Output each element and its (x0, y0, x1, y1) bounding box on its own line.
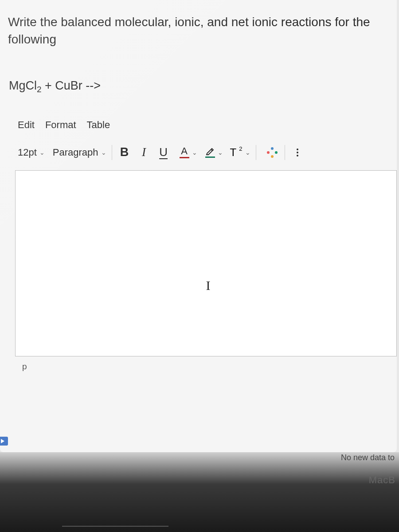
formula-part1: MgCl (9, 79, 37, 92)
menu-bar: Edit Format Table (18, 119, 397, 131)
formula-subscript: 2 (37, 85, 42, 94)
underline-button[interactable]: U (156, 145, 171, 160)
speaker-icon[interactable] (0, 437, 8, 446)
italic-button[interactable]: I (137, 145, 151, 160)
superscript-icon: T2 (230, 146, 243, 159)
text-cursor-icon: I (206, 278, 211, 293)
menu-table[interactable]: Table (87, 119, 110, 131)
menu-edit[interactable]: Edit (18, 119, 35, 131)
text-color-icon: A (179, 146, 190, 158)
toolbar: 12pt ⌄ Paragraph ⌄ B I U (18, 141, 397, 164)
device-bezel: No new data to MacB (0, 452, 399, 532)
chevron-down-icon: ⌄ (245, 149, 250, 156)
separator (112, 145, 112, 160)
chevron-down-icon: ⌄ (192, 149, 197, 156)
menu-format[interactable]: Format (45, 119, 76, 131)
text-color-bar (180, 157, 189, 158)
highlight-bar (205, 156, 215, 158)
more-options-button[interactable] (290, 145, 305, 160)
font-size-dropdown[interactable]: 12pt ⌄ (18, 147, 45, 158)
paragraph-dropdown[interactable]: Paragraph ⌄ (53, 147, 106, 158)
ai-stars-button[interactable] (265, 145, 279, 160)
text-color-letter: A (181, 146, 188, 156)
paragraph-label: Paragraph (53, 147, 98, 158)
highlight-icon (204, 147, 216, 158)
trackpad-edge (62, 526, 168, 527)
separator (285, 145, 285, 160)
text-editor-area[interactable]: I (15, 170, 397, 356)
superscript-button[interactable]: T2 ⌄ (230, 146, 250, 159)
question-prompt: Write the balanced molecular, ionic, and… (8, 13, 397, 48)
chevron-down-icon: ⌄ (39, 149, 45, 156)
save-status-text: No new data to (341, 453, 395, 462)
chemical-formula: MgCl2 + CuBr --> (9, 79, 397, 94)
chevron-down-icon: ⌄ (101, 149, 106, 156)
more-vertical-icon (295, 147, 300, 158)
superscript-base: T (230, 146, 237, 158)
chevron-down-icon: ⌄ (218, 149, 223, 156)
bold-button[interactable]: B (117, 145, 132, 160)
separator (256, 145, 256, 160)
formula-part2: + CuBr --> (42, 79, 101, 92)
superscript-sup: 2 (239, 145, 242, 152)
text-color-button[interactable]: A ⌄ (179, 146, 197, 158)
element-path[interactable]: p (22, 362, 397, 372)
pen-icon (206, 147, 215, 156)
ai-stars-icon (266, 146, 278, 159)
device-brand-text: MacB (369, 474, 395, 486)
speaker-triangle (1, 439, 4, 443)
editor-container: Edit Format Table 12pt ⌄ Paragraph ⌄ B (18, 119, 397, 372)
screen-content: Write the balanced molecular, ionic, and… (0, 0, 397, 452)
font-size-value: 12pt (18, 147, 37, 158)
highlight-button[interactable]: ⌄ (204, 147, 223, 158)
